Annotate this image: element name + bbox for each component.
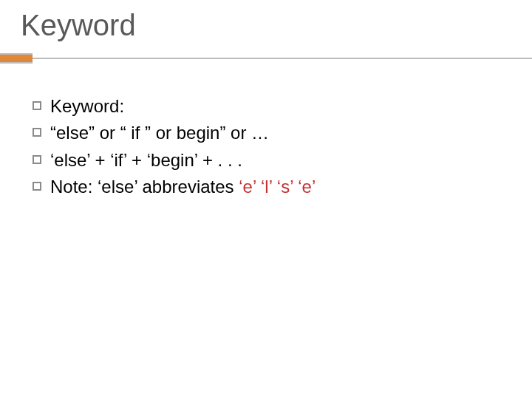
square-bullet-icon [33,155,41,164]
square-bullet-icon [33,182,41,191]
horizontal-rule [33,53,532,64]
square-bullet-icon [33,101,41,110]
list-item: Note: ‘else’ abbreviates ‘e’ ‘l’ ‘s’ ‘e’ [33,175,510,199]
note-abbrev: ‘e’ ‘l’ ‘s’ ‘e’ [239,177,316,197]
list-item: “else” or “ if ” or begin” or … [33,121,510,145]
accent-block [0,53,33,64]
slide-title: Keyword [21,9,136,42]
list-item: ‘else’ + ‘if’ + ‘begin’ + . . . [33,149,510,172]
square-bullet-icon [33,128,41,137]
list-item-text: “else” or “ if ” or begin” or … [50,121,510,145]
list-item-text: Note: ‘else’ abbreviates ‘e’ ‘l’ ‘s’ ‘e’ [50,175,510,199]
slide: Keyword Keyword: “else” or “ if ” or beg… [0,0,532,399]
list-item: Keyword: [33,95,510,118]
note-prefix: Note: ‘else’ abbreviates [50,177,239,197]
bullet-list: Keyword: “else” or “ if ” or begin” or …… [33,95,510,202]
list-item-text: ‘else’ + ‘if’ + ‘begin’ + . . . [50,149,510,172]
title-rule [0,53,532,64]
list-item-text: Keyword: [50,95,510,118]
